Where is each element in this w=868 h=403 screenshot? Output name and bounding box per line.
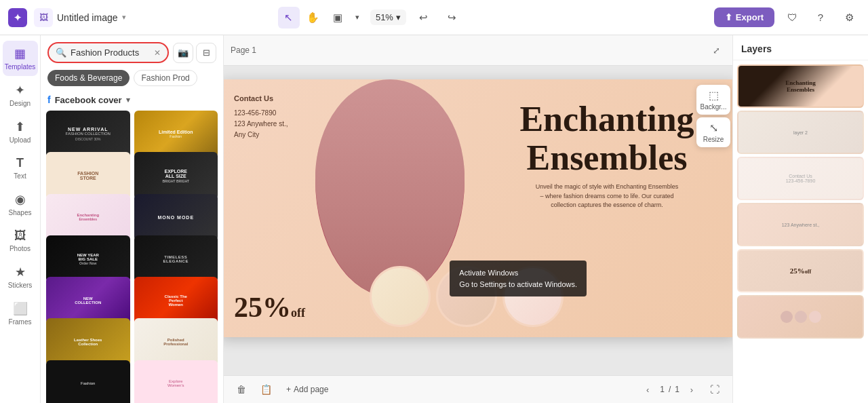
layer-thumb-2[interactable]: layer 2 [737,111,864,154]
shield-button[interactable]: 🛡 [781,7,803,28]
layer-thumb-1[interactable]: EnchantingEnsembles [737,64,864,108]
canvas-scroll[interactable]: Contact Us 123-456-7890 123 Anywhere st.… [224,66,732,375]
sidebar-item-templates[interactable]: ▦ Templates [3,41,38,76]
template-thumb-7[interactable]: NEW YEARBIG SALEOrder Now [46,235,130,282]
zoom-caret: ▾ [396,12,401,22]
fullscreen-button[interactable]: ⛶ [705,380,724,399]
canvas-main-title: Enchanting Ensembles [492,100,722,177]
template-thumb-8[interactable]: TIMELESSELEGANCE [134,235,218,282]
sidebar-item-frames[interactable]: ⬜ Frames [3,296,38,331]
template-thumb-13[interactable]: Fashion [46,360,130,403]
filter-tab-fashion[interactable]: Fashion Prod [134,70,197,86]
layers-panel: Layers EnchantingEnsembles layer 2 Conta… [732,35,868,403]
settings-button[interactable]: ⚙ [838,7,860,28]
facebook-icon: f [47,94,51,105]
layers-list: EnchantingEnsembles layer 2 Contact Us12… [733,60,868,403]
stickers-icon: ★ [15,265,26,280]
layers-title: Layers [741,43,772,54]
template-thumb-10[interactable]: Classic ThePerfectWomen [134,277,218,324]
add-page-label: Add page [294,385,328,394]
template-thumb-12[interactable]: PolishedProfessional [134,318,218,365]
canvas-title-area: Enchanting Ensembles Unveil the magic of… [492,100,722,210]
template-thumb-5[interactable]: EnchantingEnsembles [46,194,130,241]
sidebar-item-text[interactable]: T Text [3,151,38,185]
sidebar-item-upload-label: Upload [9,136,31,144]
template-thumb-11[interactable]: Leather ShoesCollection [46,318,130,365]
export-label: Export [736,12,764,22]
template-thumb-14[interactable]: ExploreWomen's [134,360,218,403]
category-header[interactable]: f Facebook cover ▾ [41,92,223,111]
document-title-caret[interactable]: ▾ [122,13,126,22]
sidebar-icons: ▦ Templates ✦ Design ⬆ Upload T Text ◉ S… [0,35,41,403]
template-thumb-6[interactable]: MONO MODE [134,194,218,241]
sidebar-item-shapes-label: Shapes [9,209,32,216]
background-tool-label: Backgr... [701,103,727,111]
sidebar-item-stickers[interactable]: ★ Stickers [3,259,38,294]
frame-tool-button[interactable]: ▣ [327,7,349,28]
background-tool[interactable]: ⬚ Backgr... [696,85,730,115]
image-search-button[interactable]: 📷 [173,43,193,63]
page-prev-button[interactable]: ‹ [639,381,656,398]
search-box[interactable]: 🔍 ✕ [47,42,169,63]
template-thumb-3[interactable]: FASHIONSTORE [46,152,130,199]
filter-tab-foods[interactable]: Foods & Beverage [47,70,130,86]
template-thumb-9[interactable]: NEWCOLLECTION [46,277,130,324]
layer-thumb-6[interactable] [737,295,864,339]
sidebar-item-stickers-label: Stickers [8,282,33,289]
canvas-area: Page 1 ⤢ Contact Us 123-456-7890 123 Any… [224,35,732,403]
layer-thumb-4[interactable]: 123 Anywhere st., [737,203,864,246]
filter-tabs: Foods & Beverage Fashion Prod [41,67,223,92]
canvas-bottom-bar: 🗑 📋 + Add page ‹ 1 / 1 › ⛶ [224,375,732,403]
duplicate-button[interactable]: 📋 [256,380,275,399]
resize-tool[interactable]: ⤡ Resize [696,117,730,147]
document-title[interactable]: Untitled image [57,12,118,23]
category-label: Facebook cover [55,95,122,105]
discount-value: 25% [234,292,291,323]
page-separator: / [669,385,671,394]
zoom-control[interactable]: 51% ▾ [370,9,406,25]
expand-canvas-button[interactable]: ⤢ [707,41,726,60]
templates-search-area: 🔍 ✕ 📷 ⊟ [41,35,223,67]
canvas-toolbar: Page 1 ⤢ [224,35,732,66]
resize-tool-label: Resize [703,136,724,143]
background-icon: ⬚ [709,89,719,102]
template-thumb-4[interactable]: EXPLOREALL SIZEBRIGHT BRIGHT [134,152,218,199]
undo-button[interactable]: ↩ [413,7,435,28]
redo-button[interactable]: ↪ [441,7,463,28]
document-icon: 🖼 [34,8,53,27]
template-thumb-2[interactable]: Limited Edition Fashion [134,111,218,157]
design-canvas[interactable]: Contact Us 123-456-7890 123 Anywhere st.… [224,79,732,337]
delete-button[interactable]: 🗑 [232,380,251,399]
search-input[interactable] [71,47,150,58]
topbar: ✦ 🖼 Untitled image ▾ ↖ ✋ ▣ ▾ 51% ▾ ↩ ↪ ⬆… [0,0,868,35]
sidebar-item-upload[interactable]: ⬆ Upload [3,114,38,149]
export-button[interactable]: ⬆ Export [714,7,774,27]
frame-tool-caret-button[interactable]: ▾ [351,7,363,28]
page-total: 1 [675,385,679,394]
select-tool-button[interactable]: ↖ [278,7,300,28]
filter-button[interactable]: ⊟ [196,43,216,63]
sidebar-item-photos[interactable]: 🖼 Photos [3,223,38,258]
search-clear-icon[interactable]: ✕ [154,48,161,58]
canvas-circles [370,266,564,327]
sidebar-item-text-label: Text [14,172,26,180]
hand-tool-button[interactable]: ✋ [302,7,324,28]
sidebar-item-design-label: Design [9,100,31,107]
help-button[interactable]: ? [810,7,831,28]
canvas-circle-1 [370,266,431,327]
main-title-line2: Ensembles [492,138,722,177]
page-current: 1 [660,385,665,394]
add-page-button[interactable]: + Add page [281,382,334,397]
sidebar-item-frames-label: Frames [9,318,32,326]
template-thumb-1[interactable]: NEW ARRIVAL FASHION COLLECTION DISCOUNT … [46,111,130,157]
search-extra-buttons: 📷 ⊟ [173,43,216,63]
page-next-button[interactable]: › [684,381,700,398]
sidebar-item-design[interactable]: ✦ Design [3,77,38,113]
page-navigation: ‹ 1 / 1 › [639,381,700,398]
main-title-line1: Enchanting [492,100,722,138]
zoom-value: 51% [376,12,393,22]
sidebar-item-templates-label: Templates [5,63,36,71]
layer-thumb-3[interactable]: Contact Us123-456-7890 [737,157,864,200]
layer-thumb-5[interactable]: 25%off [737,249,864,292]
sidebar-item-shapes[interactable]: ◉ Shapes [3,187,38,222]
